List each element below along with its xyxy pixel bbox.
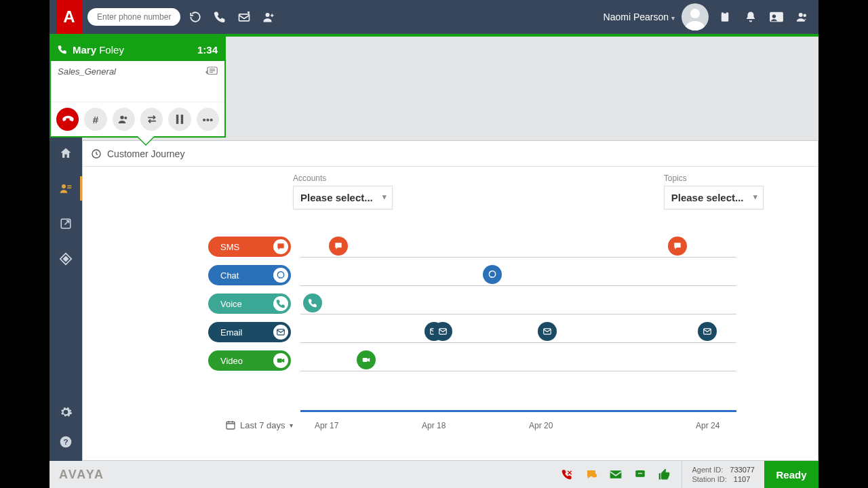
channel-pill-video[interactable]: Video [208, 350, 291, 371]
panel-title: Customer Journey [107, 148, 184, 159]
hold-button[interactable] [168, 108, 191, 131]
help-icon[interactable]: ? [58, 434, 74, 450]
calendar-icon [225, 420, 236, 430]
svg-rect-31 [277, 359, 282, 363]
svg-rect-18 [67, 188, 71, 189]
svg-rect-17 [67, 186, 71, 187]
brand-logo: A [56, 0, 82, 34]
gear-icon[interactable] [58, 404, 74, 420]
queue-name: Sales_General [58, 66, 116, 77]
panel-header: Customer Journey [83, 141, 818, 167]
svg-point-41 [642, 473, 643, 474]
event-chat[interactable] [483, 265, 502, 284]
video-icon [273, 353, 288, 368]
svg-rect-37 [610, 470, 622, 479]
customer-journey-panel: Customer Journey Accounts Please select.… [82, 140, 818, 461]
date-range-picker[interactable]: Last 7 days ▾ [225, 420, 293, 430]
customer-icon[interactable] [58, 180, 74, 197]
svg-point-36 [592, 474, 597, 478]
channel-row-video: Video [96, 346, 804, 375]
event-email[interactable] [433, 322, 452, 341]
bell-icon[interactable] [741, 7, 760, 26]
svg-point-39 [638, 473, 639, 474]
station-id-value: 1107 [734, 475, 750, 483]
svg-point-1 [266, 13, 270, 17]
event-email[interactable] [538, 322, 557, 341]
event-video[interactable] [357, 350, 376, 369]
call-controls: # ••• [51, 102, 224, 136]
chevron-down-icon: ▾ [290, 422, 293, 429]
svg-point-12 [121, 116, 124, 119]
widget-icon[interactable] [58, 251, 74, 267]
phone-icon [58, 45, 67, 54]
keypad-button[interactable]: # [84, 108, 106, 131]
caller-name: Mary Foley [73, 44, 124, 56]
topics-select[interactable]: Please select... [664, 186, 764, 209]
range-slider[interactable] [300, 410, 736, 412]
svg-point-16 [62, 184, 66, 188]
event-sms[interactable] [329, 237, 348, 256]
redial-icon[interactable] [186, 7, 205, 26]
svg-point-6 [799, 13, 803, 17]
accounts-label: Accounts [293, 174, 393, 183]
channel-pill-email[interactable]: Email [208, 322, 291, 342]
topbar: A Naomi Pearson ▾ [50, 0, 818, 34]
chevron-down-icon: ▾ [671, 14, 675, 22]
event-email[interactable] [698, 322, 717, 341]
channel-pill-sms[interactable]: SMS [208, 237, 291, 257]
x-tick: Apr 20 [529, 421, 553, 430]
clipboard-icon[interactable] [715, 7, 734, 26]
add-user-icon[interactable] [259, 7, 278, 26]
email-icon [273, 325, 288, 340]
x-tick: Apr 17 [315, 421, 338, 430]
svg-point-25 [489, 271, 495, 277]
event-voice[interactable] [303, 293, 322, 312]
chat-status-icon[interactable] [584, 467, 599, 482]
popout-icon[interactable] [58, 216, 74, 232]
svg-point-40 [639, 473, 641, 474]
contacts-icon[interactable] [767, 7, 786, 26]
status-icons [550, 461, 682, 488]
svg-point-7 [804, 14, 807, 18]
card-pointer [138, 136, 154, 144]
user-menu[interactable]: Naomi Pearson ▾ [604, 12, 675, 22]
agent-info: Agent ID:733077 Station ID:1107 [682, 461, 764, 488]
call-icon[interactable] [210, 7, 229, 26]
clock-icon [91, 148, 102, 159]
more-button[interactable]: ••• [197, 108, 219, 131]
accounts-select[interactable]: Please select... [293, 186, 393, 209]
conference-button[interactable] [113, 108, 135, 131]
svg-point-24 [277, 272, 283, 278]
channel-pill-voice[interactable]: Voice [208, 293, 291, 314]
journey-timeline: SMS Chat Voice Email [96, 232, 804, 375]
home-icon[interactable] [58, 145, 74, 161]
call-header: Mary Foley 1:34 [51, 38, 224, 61]
station-id-label: Station ID: [692, 475, 726, 483]
channel-row-email: Email [96, 318, 804, 346]
svg-rect-32 [363, 358, 368, 362]
transfer-button[interactable] [140, 108, 163, 131]
channel-pill-chat[interactable]: Chat [208, 265, 291, 285]
email-status-icon[interactable] [608, 467, 623, 482]
details-icon[interactable] [205, 66, 218, 76]
channel-row-sms: SMS [96, 232, 804, 261]
svg-point-5 [772, 14, 776, 18]
svg-rect-33 [226, 422, 235, 429]
team-icon[interactable] [793, 7, 812, 26]
hangup-button[interactable] [56, 108, 79, 131]
thumbs-up-icon[interactable] [657, 467, 672, 482]
outbound-mail-icon[interactable] [235, 7, 254, 26]
x-tick: Apr 24 [696, 421, 719, 430]
phone-input[interactable] [87, 8, 180, 26]
avatar[interactable] [682, 3, 709, 30]
channel-row-voice: Voice [96, 289, 804, 318]
x-tick: Apr 18 [422, 421, 446, 430]
svg-text:?: ? [63, 437, 68, 446]
missed-call-icon[interactable] [559, 467, 574, 482]
brand-text: AVAYA [59, 468, 104, 482]
ready-button[interactable]: Ready [764, 461, 818, 488]
sms-status-icon[interactable] [633, 467, 648, 482]
event-sms[interactable] [668, 237, 687, 256]
svg-rect-3 [724, 12, 727, 14]
left-nav: ? [50, 134, 82, 461]
